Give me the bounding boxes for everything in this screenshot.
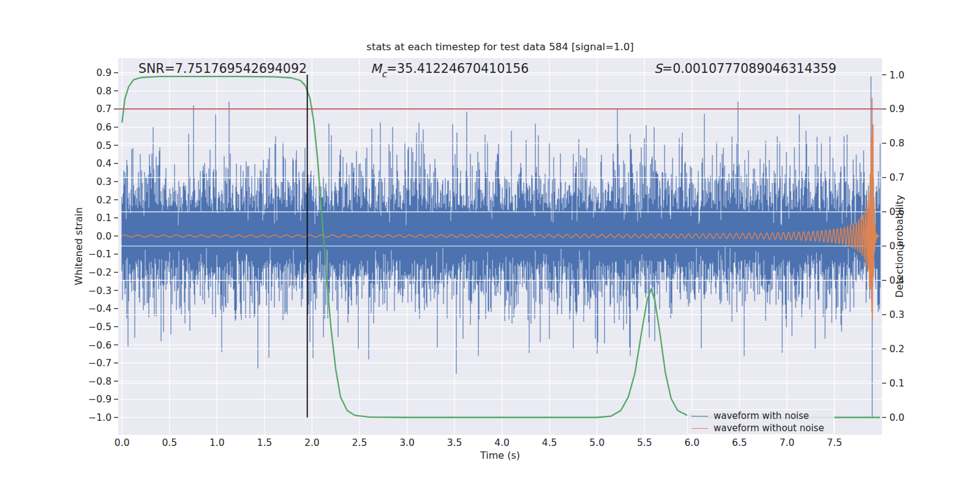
- y-tick-label-left: 0.0: [96, 231, 111, 242]
- y-tick-label-left: 0.9: [96, 67, 111, 78]
- figure: 0.00.51.01.52.02.53.03.54.04.55.05.56.06…: [0, 0, 980, 490]
- x-tick-label: 1.0: [209, 437, 225, 448]
- y-tick-label-right: 0.2: [889, 344, 905, 355]
- plot-title: stats at each timestep for test data 584…: [118, 41, 882, 53]
- y-tick-label-left: 0.8: [96, 86, 111, 97]
- y-tick-label-right: 0.3: [889, 309, 905, 320]
- y-tick-label-left: −0.4: [88, 303, 111, 314]
- legend-label: waveform with noise: [714, 410, 809, 421]
- y-tick-label-left: 0.6: [96, 122, 111, 133]
- x-tick-label: 2.5: [352, 437, 368, 448]
- snr-annotation: SNR=7.751769542694092: [138, 61, 307, 76]
- y-tick-label-right: 1.0: [889, 70, 905, 81]
- x-tick-label: 2.0: [304, 437, 320, 448]
- y-tick-label-left: −0.2: [88, 267, 111, 278]
- mc-subscript: c: [382, 69, 386, 80]
- chirp-mass-annotation: Mc=35.41224670410156: [371, 61, 529, 78]
- legend-label: waveform without noise: [714, 423, 824, 434]
- y-tick-label-left: 0.5: [96, 140, 111, 151]
- y-axis-label-right: Detection probability: [894, 195, 905, 298]
- x-tick-label: 4.5: [542, 437, 557, 448]
- y-tick-label-left: −1.0: [88, 412, 111, 423]
- y-tick-label-left: −0.9: [88, 394, 111, 405]
- x-tick-label: 7.5: [827, 437, 842, 448]
- y-tick-label-left: −0.6: [88, 340, 111, 351]
- y-tick-label-right: 0.1: [889, 378, 905, 389]
- y-tick-label-left: −0.5: [88, 322, 111, 333]
- x-tick-label: 1.5: [257, 437, 273, 448]
- s-symbol: S: [654, 61, 662, 76]
- y-axis-label-left: Whitened strain: [73, 207, 85, 285]
- y-tick-label-left: 0.4: [96, 158, 111, 169]
- y-tick-label-right: 0.9: [889, 104, 905, 115]
- y-tick-label-left: 0.1: [96, 213, 111, 224]
- y-tick-label-right: 0.8: [889, 138, 905, 149]
- y-tick-label-right: 0.0: [889, 412, 905, 423]
- y-tick-label-left: 0.2: [96, 195, 111, 206]
- s-value-annotation: S=0.0010777089046314359: [654, 61, 837, 76]
- x-tick-label: 7.0: [780, 437, 795, 448]
- s-value: =0.0010777089046314359: [662, 61, 837, 76]
- x-tick-label: 3.0: [399, 437, 415, 448]
- legend-line-sample-orange: [692, 428, 708, 429]
- x-tick-label: 6.0: [684, 437, 699, 448]
- y-tick-label-left: 0.3: [96, 176, 111, 187]
- y-tick-label-right: 0.7: [889, 172, 905, 183]
- y-tick-label-left: −0.3: [88, 285, 111, 296]
- x-tick-label: 0.0: [115, 437, 130, 448]
- x-tick-label: 5.5: [637, 437, 652, 448]
- legend-item-with-noise: waveform with noise: [692, 410, 830, 421]
- x-tick-label: 0.5: [162, 437, 177, 448]
- x-tick-label: 6.5: [732, 437, 747, 448]
- y-tick-label-left: −0.8: [88, 376, 111, 387]
- legend: waveform with noise waveform without noi…: [687, 409, 834, 435]
- x-tick-label: 3.5: [447, 437, 462, 448]
- legend-item-without-noise: waveform without noise: [692, 423, 830, 434]
- x-tick-label: 4.0: [494, 437, 510, 448]
- x-tick-label: 5.0: [589, 437, 605, 448]
- y-tick-label-left: 0.7: [96, 104, 111, 115]
- x-axis-label: Time (s): [480, 450, 520, 461]
- y-tick-label-left: −0.7: [88, 358, 111, 369]
- mc-value: =35.41224670410156: [386, 61, 529, 76]
- snr-text: SNR=7.751769542694092: [138, 61, 307, 76]
- legend-line-sample-blue: [692, 416, 708, 417]
- mc-symbol: M: [371, 61, 382, 76]
- y-tick-label-left: −0.1: [88, 249, 111, 260]
